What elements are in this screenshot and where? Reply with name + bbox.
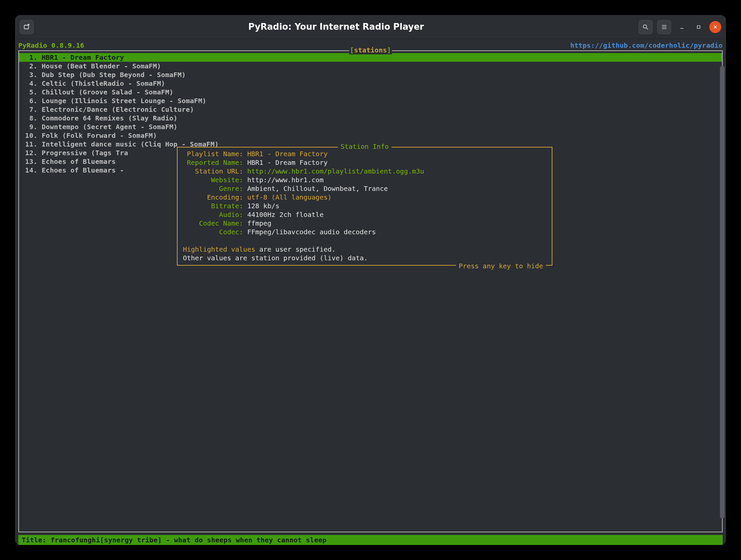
svg-line-4 xyxy=(647,28,648,29)
station-row[interactable]: 4. Celtic (ThistleRadio - SomaFM) xyxy=(19,79,722,88)
station-info-footer: Press any key to hide xyxy=(456,262,546,270)
station-row[interactable]: 9. Downtempo (Secret Agent - SomaFM) xyxy=(19,123,722,131)
svg-point-3 xyxy=(643,25,647,28)
status-bar: Title: francofunghi[synergy tribe] - wha… xyxy=(18,535,723,545)
info-genre: Ambient, Chillout, Downbeat, Trance xyxy=(247,185,388,193)
info-audio: 44100Hz 2ch floatle xyxy=(247,211,324,219)
scrollbar[interactable] xyxy=(720,66,725,542)
svg-rect-0 xyxy=(24,25,29,29)
info-playlist-name: HBR1 - Dream Factory xyxy=(247,150,328,158)
terminal-window: PyRadio: Your Internet Radio Player xyxy=(15,15,726,545)
stations-box: [stations] 1. HBR1 - Dream Factory 2. Ho… xyxy=(18,50,723,532)
station-row[interactable]: 1. HBR1 - Dream Factory xyxy=(19,53,722,62)
info-reported-name: HBR1 - Dream Factory xyxy=(247,158,328,166)
station-info-dialog[interactable]: Station Info Playlist Name: HBR1 - Dream… xyxy=(177,147,552,266)
station-info-body: Playlist Name: HBR1 - Dream Factory Repo… xyxy=(178,147,552,265)
info-codec-name: ffmpeg xyxy=(247,219,271,227)
scrollbar-thumb[interactable] xyxy=(720,66,725,518)
project-url: https://github.com/coderholic/pyradio xyxy=(570,41,723,50)
station-row[interactable]: 6. Lounge (Illinois Street Lounge - Soma… xyxy=(19,96,722,105)
info-website: http://www.hbr1.com xyxy=(247,176,324,184)
station-row[interactable]: 7. Electronic/Dance (Electronic Culture) xyxy=(19,105,722,114)
info-station-url: http://www.hbr1.com/playlist/ambient.ogg… xyxy=(247,167,424,175)
new-tab-button[interactable] xyxy=(20,20,34,34)
window-title: PyRadio: Your Internet Radio Player xyxy=(34,21,638,33)
maximize-button[interactable] xyxy=(693,21,704,33)
hamburger-menu-button[interactable] xyxy=(657,20,671,34)
station-row[interactable]: 5. Chillout (Groove Salad - SomaFM) xyxy=(19,88,722,96)
header-line: PyRadio 0.8.9.16 https://github.com/code… xyxy=(18,41,723,50)
station-row[interactable]: 8. Commodore 64 Remixes (Slay Radio) xyxy=(19,114,722,123)
search-button[interactable] xyxy=(638,20,653,34)
info-codec: FFmpeg/libavcodec audio decoders xyxy=(247,228,376,236)
info-encoding: utf-8 (All languages) xyxy=(247,193,332,201)
station-row[interactable]: 2. House (Beat Blender - SomaFM) xyxy=(19,62,722,70)
minimize-button[interactable] xyxy=(676,21,688,33)
station-info-title: Station Info xyxy=(340,142,389,150)
close-button[interactable] xyxy=(709,21,721,33)
app-version: PyRadio 0.8.9.16 xyxy=(18,41,84,50)
station-row[interactable]: 3. Dub Step (Dub Step Beyond - SomaFM) xyxy=(19,70,722,79)
station-row[interactable]: 10. Folk (Folk Forward - SomaFM) xyxy=(19,131,722,140)
svg-rect-9 xyxy=(697,25,700,28)
terminal-body[interactable]: PyRadio 0.8.9.16 https://github.com/code… xyxy=(15,39,726,545)
titlebar: PyRadio: Your Internet Radio Player xyxy=(15,15,726,39)
info-bitrate: 128 kb/s xyxy=(247,202,279,210)
